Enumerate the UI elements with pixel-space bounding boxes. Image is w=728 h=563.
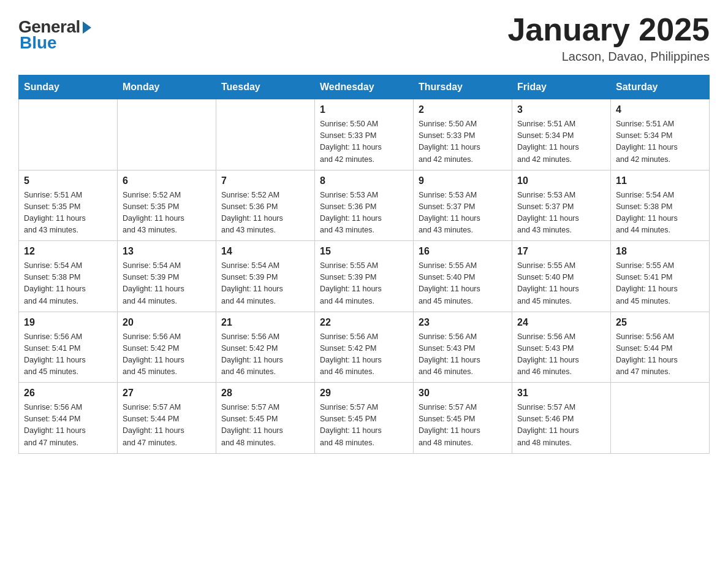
calendar-cell: 27Sunrise: 5:57 AMSunset: 5:44 PMDayligh…: [118, 383, 216, 454]
title-block: January 2025 Lacson, Davao, Philippines: [507, 12, 710, 64]
day-number: 9: [419, 175, 507, 186]
calendar-cell: [118, 99, 216, 170]
calendar-cell: [216, 99, 315, 170]
column-header-saturday: Saturday: [611, 75, 710, 99]
day-number: 22: [320, 317, 408, 328]
column-header-wednesday: Wednesday: [315, 75, 414, 99]
day-info: Sunrise: 5:56 AMSunset: 5:42 PMDaylight:…: [123, 332, 184, 376]
day-info: Sunrise: 5:56 AMSunset: 5:41 PMDaylight:…: [24, 332, 86, 376]
calendar-cell: 13Sunrise: 5:54 AMSunset: 5:39 PMDayligh…: [118, 241, 216, 312]
day-number: 6: [123, 175, 211, 186]
logo-blue-text: Blue: [20, 33, 57, 53]
day-number: 24: [517, 317, 605, 328]
day-info: Sunrise: 5:53 AMSunset: 5:36 PMDaylight:…: [320, 191, 382, 234]
calendar-cell: 17Sunrise: 5:55 AMSunset: 5:40 PMDayligh…: [512, 241, 611, 312]
calendar-cell: 1Sunrise: 5:50 AMSunset: 5:33 PMDaylight…: [315, 99, 414, 170]
day-info: Sunrise: 5:51 AMSunset: 5:34 PMDaylight:…: [517, 120, 579, 163]
calendar-table: SundayMondayTuesdayWednesdayThursdayFrid…: [18, 75, 710, 454]
calendar-cell: 19Sunrise: 5:56 AMSunset: 5:41 PMDayligh…: [19, 312, 118, 383]
day-info: Sunrise: 5:52 AMSunset: 5:36 PMDaylight:…: [221, 191, 283, 234]
calendar-cell: 8Sunrise: 5:53 AMSunset: 5:36 PMDaylight…: [315, 170, 414, 241]
day-number: 29: [320, 388, 408, 399]
day-info: Sunrise: 5:54 AMSunset: 5:39 PMDaylight:…: [221, 261, 283, 305]
logo-arrow-icon: [83, 21, 91, 34]
calendar-week-row: 5Sunrise: 5:51 AMSunset: 5:35 PMDaylight…: [19, 170, 710, 241]
calendar-cell: 25Sunrise: 5:56 AMSunset: 5:44 PMDayligh…: [611, 312, 710, 383]
column-header-monday: Monday: [118, 75, 216, 99]
day-info: Sunrise: 5:53 AMSunset: 5:37 PMDaylight:…: [517, 191, 579, 234]
day-number: 17: [517, 246, 605, 257]
calendar-cell: 6Sunrise: 5:52 AMSunset: 5:35 PMDaylight…: [118, 170, 216, 241]
day-info: Sunrise: 5:57 AMSunset: 5:45 PMDaylight:…: [221, 403, 283, 446]
month-title: January 2025: [507, 12, 710, 47]
day-info: Sunrise: 5:50 AMSunset: 5:33 PMDaylight:…: [419, 120, 480, 163]
day-number: 1: [320, 104, 408, 115]
column-header-tuesday: Tuesday: [216, 75, 315, 99]
day-info: Sunrise: 5:54 AMSunset: 5:38 PMDaylight:…: [616, 191, 678, 234]
day-info: Sunrise: 5:57 AMSunset: 5:45 PMDaylight:…: [320, 403, 382, 446]
location-title: Lacson, Davao, Philippines: [507, 50, 710, 64]
day-info: Sunrise: 5:51 AMSunset: 5:35 PMDaylight:…: [24, 191, 86, 234]
calendar-cell: 28Sunrise: 5:57 AMSunset: 5:45 PMDayligh…: [216, 383, 315, 454]
calendar-cell: 16Sunrise: 5:55 AMSunset: 5:40 PMDayligh…: [414, 241, 512, 312]
day-number: 27: [123, 388, 211, 399]
day-number: 25: [616, 317, 704, 328]
calendar-cell: 15Sunrise: 5:55 AMSunset: 5:39 PMDayligh…: [315, 241, 414, 312]
calendar-cell: 30Sunrise: 5:57 AMSunset: 5:45 PMDayligh…: [414, 383, 512, 454]
day-number: 4: [616, 104, 704, 115]
day-number: 20: [123, 317, 211, 328]
day-number: 11: [616, 175, 704, 186]
calendar-cell: 14Sunrise: 5:54 AMSunset: 5:39 PMDayligh…: [216, 241, 315, 312]
column-header-thursday: Thursday: [414, 75, 512, 99]
day-info: Sunrise: 5:55 AMSunset: 5:41 PMDaylight:…: [616, 261, 678, 305]
calendar-cell: 21Sunrise: 5:56 AMSunset: 5:42 PMDayligh…: [216, 312, 315, 383]
calendar-cell: 29Sunrise: 5:57 AMSunset: 5:45 PMDayligh…: [315, 383, 414, 454]
day-number: 19: [24, 317, 112, 328]
day-number: 23: [419, 317, 507, 328]
day-info: Sunrise: 5:57 AMSunset: 5:45 PMDaylight:…: [419, 403, 480, 446]
day-number: 30: [419, 388, 507, 399]
calendar-cell: 12Sunrise: 5:54 AMSunset: 5:38 PMDayligh…: [19, 241, 118, 312]
calendar-week-row: 26Sunrise: 5:56 AMSunset: 5:44 PMDayligh…: [19, 383, 710, 454]
calendar-cell: 20Sunrise: 5:56 AMSunset: 5:42 PMDayligh…: [118, 312, 216, 383]
day-info: Sunrise: 5:56 AMSunset: 5:42 PMDaylight:…: [221, 332, 283, 376]
day-info: Sunrise: 5:53 AMSunset: 5:37 PMDaylight:…: [419, 191, 480, 234]
day-info: Sunrise: 5:54 AMSunset: 5:38 PMDaylight:…: [24, 261, 86, 305]
calendar-cell: [611, 383, 710, 454]
calendar-cell: 23Sunrise: 5:56 AMSunset: 5:43 PMDayligh…: [414, 312, 512, 383]
day-number: 26: [24, 388, 112, 399]
calendar-week-row: 12Sunrise: 5:54 AMSunset: 5:38 PMDayligh…: [19, 241, 710, 312]
day-info: Sunrise: 5:57 AMSunset: 5:46 PMDaylight:…: [517, 403, 579, 446]
day-number: 13: [123, 246, 211, 257]
calendar-cell: 24Sunrise: 5:56 AMSunset: 5:43 PMDayligh…: [512, 312, 611, 383]
column-header-sunday: Sunday: [19, 75, 118, 99]
calendar-cell: 18Sunrise: 5:55 AMSunset: 5:41 PMDayligh…: [611, 241, 710, 312]
calendar-cell: [19, 99, 118, 170]
day-number: 18: [616, 246, 704, 257]
logo: General Blue: [18, 17, 91, 53]
day-info: Sunrise: 5:51 AMSunset: 5:34 PMDaylight:…: [616, 120, 678, 163]
day-info: Sunrise: 5:55 AMSunset: 5:40 PMDaylight:…: [419, 261, 480, 305]
day-info: Sunrise: 5:56 AMSunset: 5:44 PMDaylight:…: [24, 403, 86, 446]
day-number: 28: [221, 388, 309, 399]
day-info: Sunrise: 5:54 AMSunset: 5:39 PMDaylight:…: [123, 261, 184, 305]
calendar-cell: 11Sunrise: 5:54 AMSunset: 5:38 PMDayligh…: [611, 170, 710, 241]
calendar-cell: 9Sunrise: 5:53 AMSunset: 5:37 PMDaylight…: [414, 170, 512, 241]
page-header: General Blue January 2025 Lacson, Davao,…: [18, 12, 710, 64]
day-number: 15: [320, 246, 408, 257]
day-number: 3: [517, 104, 605, 115]
day-number: 14: [221, 246, 309, 257]
calendar-cell: 10Sunrise: 5:53 AMSunset: 5:37 PMDayligh…: [512, 170, 611, 241]
day-info: Sunrise: 5:56 AMSunset: 5:43 PMDaylight:…: [517, 332, 579, 376]
day-info: Sunrise: 5:56 AMSunset: 5:42 PMDaylight:…: [320, 332, 382, 376]
calendar-cell: 7Sunrise: 5:52 AMSunset: 5:36 PMDaylight…: [216, 170, 315, 241]
calendar-cell: 22Sunrise: 5:56 AMSunset: 5:42 PMDayligh…: [315, 312, 414, 383]
calendar-cell: 4Sunrise: 5:51 AMSunset: 5:34 PMDaylight…: [611, 99, 710, 170]
calendar-week-row: 19Sunrise: 5:56 AMSunset: 5:41 PMDayligh…: [19, 312, 710, 383]
calendar-header-row: SundayMondayTuesdayWednesdayThursdayFrid…: [19, 75, 710, 99]
day-number: 5: [24, 175, 112, 186]
day-number: 16: [419, 246, 507, 257]
day-info: Sunrise: 5:52 AMSunset: 5:35 PMDaylight:…: [123, 191, 184, 234]
day-info: Sunrise: 5:55 AMSunset: 5:40 PMDaylight:…: [517, 261, 579, 305]
day-number: 10: [517, 175, 605, 186]
